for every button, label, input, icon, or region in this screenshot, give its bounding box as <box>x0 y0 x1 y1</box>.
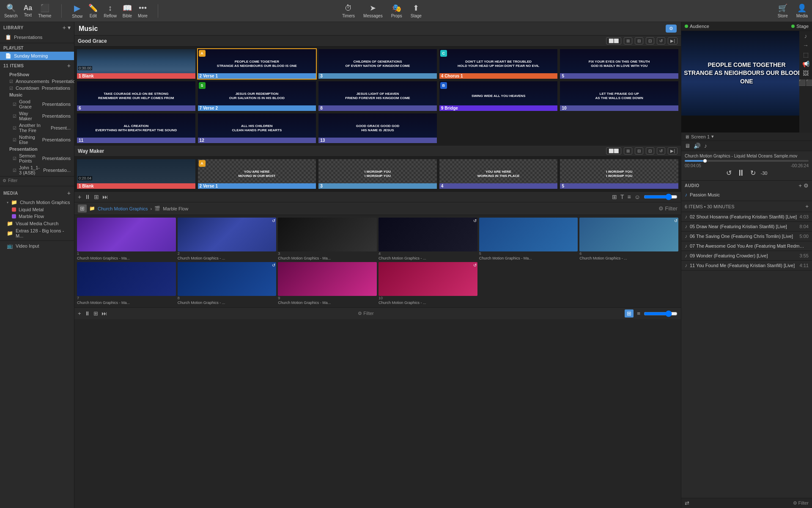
slide-6[interactable]: TAKE COURAGE HOLD ON BE STRONGREMEMBER W… <box>76 80 196 112</box>
more-button[interactable]: ••• More <box>138 4 148 18</box>
slide-1-blank[interactable]: 0:30.00 1 Blank <box>76 48 196 80</box>
sidebar-item-sermon[interactable]: ☑ Sermon Points Presentations <box>0 152 74 164</box>
filter-bar[interactable]: ⚙ Filter <box>0 176 74 185</box>
wm-next-btn[interactable]: ⏭ <box>102 193 108 200</box>
theme-button[interactable]: ⬛ Theme <box>38 3 51 18</box>
passion-music-item[interactable]: ♪ Passion Music <box>685 190 809 199</box>
screen-selector[interactable]: 🖥 Screen 1 ▾ <box>681 133 812 141</box>
playlist-track-5[interactable]: ♪ 09 Wonder (Featuring Crowder) [Live] 3… <box>681 251 812 261</box>
show-button[interactable]: ▶ Show <box>72 3 82 19</box>
audio-settings-btn[interactable]: ⚙ <box>804 182 809 189</box>
sidebar-item-way-maker[interactable]: ☑ Way Maker Presentations <box>0 110 74 122</box>
way-maker-layout-btn[interactable]: ⊟ <box>635 147 643 155</box>
sidebar-item-video-input[interactable]: 📺 Video Input <box>0 242 74 250</box>
sidebar-item-countdown[interactable]: ☑ Countdown Presentations <box>0 85 74 91</box>
media-bottom-next-btn[interactable]: ⏭ <box>102 310 107 317</box>
wm-emoji-btn[interactable]: ☺ <box>634 193 640 200</box>
media-thumb-6[interactable]: ↺ 6 Church Motion Graphics - ... <box>579 218 678 260</box>
sidebar-item-liquid-metal[interactable]: Liquid Metal <box>0 206 74 213</box>
sidebar-item-sunday-morning[interactable]: 📄 Sunday Morning <box>0 52 74 60</box>
way-maker-expand-btn[interactable]: ⊡ <box>646 147 654 155</box>
player-icon-btn-3[interactable]: ♪ <box>704 143 707 149</box>
search-button[interactable]: 🔍 Search <box>4 3 18 18</box>
slide-2-verse1[interactable]: A PEOPLE COME TOGETHERSTRANGE AS NEIGHBO… <box>197 48 317 80</box>
slide-5[interactable]: FIX YOUR EYES ON THIS ONE TRUTHGOD IS MA… <box>559 48 679 80</box>
wm-add-btn[interactable]: + <box>78 193 81 200</box>
sidebar-item-john[interactable]: ☑ John 1_1-3 (ASB) Presentatio... <box>0 164 74 176</box>
slide-4-chorus1[interactable]: C DON'T LET YOUR HEART BE TROUBLEDHOLD Y… <box>439 48 559 80</box>
slide-13[interactable]: GOOD GRACE GOOD GODHIS NAME IS JESUS 13 <box>318 113 438 144</box>
wm-view-btn[interactable]: ⊞ <box>612 193 617 200</box>
text-button[interactable]: Aa Text <box>24 4 32 17</box>
media-bottom-grid-btn[interactable]: ⊞ <box>93 310 98 317</box>
media-view-list-btn[interactable]: ≡ <box>637 310 640 317</box>
sidebar-item-another[interactable]: ☑ Another In The Fire Present... <box>0 122 74 134</box>
media-thumb-9[interactable]: 9 Church Motion Graphics - Ma... <box>278 262 377 305</box>
wm-slide-3[interactable]: I WORSHIP YOUI WORSHIP YOU 3 <box>318 158 438 190</box>
media-view-grid-btn[interactable]: ⊞ <box>625 309 634 318</box>
sidebar-item-nothing-else[interactable]: ☑ Nothing Else Presentations <box>0 134 74 146</box>
library-add-button[interactable]: + <box>63 24 66 31</box>
timers-button[interactable]: ⏱ Timers <box>342 4 355 18</box>
layers-icon[interactable]: ⬚ <box>803 51 809 58</box>
sidebar-item-marble-flow[interactable]: Marble Flow <box>0 213 74 220</box>
sidebar-item-visual-media[interactable]: 📁 Visual Media Church <box>0 220 74 227</box>
slide-9-bridge[interactable]: B SWING WIDE ALL YOU HEAVENS 9 Bridge <box>439 80 559 112</box>
media-thumb-4[interactable]: ↺ 4 Church Motion Graphics - ... <box>379 218 477 260</box>
playlist-add-btn[interactable]: + <box>805 203 809 210</box>
playlist-track-3[interactable]: ♪ 06 The Saving One (Featuring Chris Tom… <box>681 232 812 241</box>
player-icon-btn-2[interactable]: 🔊 <box>694 143 701 149</box>
media-button[interactable]: 👤 Media <box>796 3 808 18</box>
items-add-button[interactable]: + <box>67 62 71 69</box>
store-button[interactable]: 🛒 Store <box>778 3 788 18</box>
media-thumb-8[interactable]: ↺ 8 Church Motion Graphics - ... <box>178 262 277 305</box>
player-pause-btn[interactable]: ⏸ <box>737 168 745 178</box>
media-thumb-5[interactable]: 5 Church Motion Graphics - Ma... <box>479 218 578 260</box>
good-grace-grid-btn[interactable]: ⊞ <box>624 37 632 44</box>
media-thumb-2[interactable]: ↺ 2 Church Motion Graphics - ... <box>178 218 277 260</box>
media-thumb-3[interactable]: 3 Church Motion Graphics - Ma... <box>278 218 377 260</box>
media-grid-btn[interactable]: ⊞ <box>78 204 87 213</box>
sidebar-item-church-motion[interactable]: ▾ 📁 Church Motion Graphics <box>0 199 74 206</box>
player-forward-btn[interactable]: ↻ <box>750 169 756 177</box>
wm-slide-5[interactable]: I WORSHIP YOUI WORSHIP YOU 5 <box>559 158 679 190</box>
image-icon[interactable]: 🖼 <box>803 70 809 77</box>
props-button[interactable]: 🎭 Props <box>391 3 402 18</box>
playlist-track-2[interactable]: ♪ 05 Draw Near (Featuring Kristian Stanf… <box>681 222 812 232</box>
playlist-track-6[interactable]: ♪ 11 You Found Me (Featuring Kristian St… <box>681 261 812 271</box>
breadcrumb-parent[interactable]: Church Motion Graphics <box>98 206 148 211</box>
slide-8[interactable]: JESUS LIGHT OF HEAVENFRIEND FOREVER HIS … <box>318 80 438 112</box>
media-bottom-pause-btn[interactable]: ⏸ <box>85 310 90 317</box>
wm-slide-2-verse1[interactable]: A YOU ARE HEREMOVING IN OUR MOST 2 Verse… <box>197 158 317 190</box>
megaphone-icon[interactable]: 📢 <box>802 61 809 67</box>
media-bottom-add-btn[interactable]: + <box>78 310 81 317</box>
reflow-button[interactable]: ↕ Reflow <box>104 4 117 18</box>
media-add-button[interactable]: + <box>67 190 71 196</box>
arrow-icon[interactable]: → <box>803 42 809 49</box>
wm-pause-btn[interactable]: ⏸ <box>85 193 91 200</box>
sidebar-item-good-grace[interactable]: ☑ Good Grace Presentations <box>0 98 74 110</box>
way-maker-next-btn[interactable]: ▶| <box>668 147 678 155</box>
player-icon-btn-1[interactable]: 🖥 <box>685 143 690 149</box>
player-rewind-btn[interactable]: ↺ <box>726 169 732 177</box>
wm-slide-1-blank[interactable]: 0:20.04 1 Blank <box>76 158 196 190</box>
good-grace-copy-btn[interactable]: ⬜⬜ <box>606 37 621 44</box>
library-collapse-button[interactable]: ▾ <box>68 24 71 31</box>
progress-bar[interactable] <box>685 160 809 162</box>
good-grace-expand-btn[interactable]: ⊡ <box>646 37 654 44</box>
sidebar-item-presentations[interactable]: 📋 Presentations <box>0 33 74 41</box>
stage-button[interactable]: ⬆ Stage <box>411 3 422 18</box>
good-grace-layout-btn[interactable]: ⊟ <box>635 37 643 44</box>
edit-button[interactable]: ✏️ Edit <box>88 3 98 18</box>
slide-12[interactable]: ALL HIS CHILDRENCLEAN HANDS PURE HEARTS … <box>197 113 317 144</box>
bible-button[interactable]: 📖 Bible <box>123 3 132 18</box>
playlist-track-1[interactable]: ♪ 02 Shout Hosanna (Featuring Kristian S… <box>681 212 812 222</box>
way-maker-grid-btn[interactable]: ⊞ <box>624 147 632 155</box>
wm-grid-btn[interactable]: ⊞ <box>94 193 99 200</box>
media-filter-btn[interactable]: ⚙ Filter <box>658 205 678 212</box>
wm-zoom-slider[interactable] <box>644 193 678 200</box>
media-zoom-slider[interactable] <box>644 310 678 317</box>
good-grace-loop-btn[interactable]: ↺ <box>657 37 665 44</box>
media-thumb-1[interactable]: 1 Church Motion Graphics - Ma... <box>77 218 176 260</box>
media-thumb-7[interactable]: 7 Church Motion Graphics - Ma... <box>77 262 176 305</box>
